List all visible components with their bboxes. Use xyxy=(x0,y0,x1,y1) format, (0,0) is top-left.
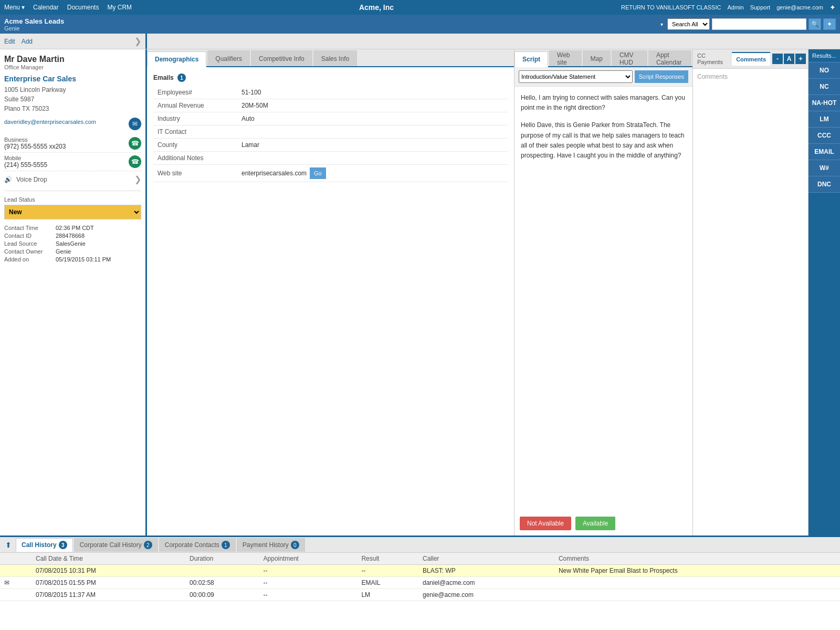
contact-title: Office Manager xyxy=(4,64,141,70)
demographics-content: Emails 1 Employees# 51-100 Annual Revenu… xyxy=(147,67,514,536)
col-caller: Caller xyxy=(418,553,554,565)
go-button[interactable]: Go xyxy=(310,167,326,179)
tab-payment-history[interactable]: Payment History 0 xyxy=(237,538,305,552)
tab-comments-active[interactable]: Comments xyxy=(732,52,770,66)
return-classic-btn[interactable]: RETURN TO VANILLASOFT CLASSIC xyxy=(621,4,721,10)
calendar-nav-item[interactable]: Calendar xyxy=(33,4,59,11)
email-icon[interactable]: ✉ xyxy=(129,118,141,130)
tab-corporate-contacts[interactable]: Corporate Contacts 1 xyxy=(159,538,236,552)
caller-2: daniel@acme.com xyxy=(418,577,554,589)
result-nc-btn[interactable]: NC xyxy=(808,79,840,95)
business-call-icon[interactable]: ☎ xyxy=(129,137,141,150)
toolbar-chevron[interactable]: ❯ xyxy=(134,36,141,46)
voice-drop-row[interactable]: 🔊 Voice Drop ❯ xyxy=(4,171,141,187)
tab-cmv-hud[interactable]: CMV HUD xyxy=(612,50,647,66)
contact-id-value: 288478668 xyxy=(56,233,85,239)
tab-cc-payments[interactable]: CC Payments xyxy=(693,49,732,68)
result-na-hot-btn[interactable]: NA-HOT xyxy=(808,95,840,111)
support-btn[interactable]: Support xyxy=(750,4,771,10)
available-button[interactable]: Available xyxy=(575,517,615,530)
edit-toolbar: Edit Add ❯ xyxy=(0,34,840,49)
table-row: IT Contact xyxy=(153,125,508,139)
my-crm-nav-item[interactable]: My CRM xyxy=(107,4,132,11)
col-result: Result xyxy=(357,553,418,565)
collapse-icon[interactable]: ⬆ xyxy=(2,539,15,551)
result-lm-btn[interactable]: LM xyxy=(808,111,840,128)
tab-website[interactable]: Web site xyxy=(549,50,582,66)
search-button[interactable]: 🔍 xyxy=(808,18,821,30)
result-ccc-btn[interactable]: CCC xyxy=(808,128,840,144)
menu-dropdown-icon[interactable]: ▾ xyxy=(22,4,25,11)
col-appointment: Appointment xyxy=(259,553,358,565)
corp-contacts-badge: 1 xyxy=(222,541,230,549)
comment-a-btn[interactable]: A xyxy=(784,54,794,64)
company-name[interactable]: Enterprise Car Sales xyxy=(4,75,141,83)
call-date-2: 07/08/2015 01:55 PM xyxy=(32,577,185,589)
documents-nav-item[interactable]: Documents xyxy=(67,4,99,11)
result-no-btn[interactable]: NO xyxy=(808,62,840,79)
tab-sales-info[interactable]: Sales Info xyxy=(313,50,357,66)
result-w-hash-btn[interactable]: W# xyxy=(808,160,840,176)
voice-drop-chevron[interactable]: ❯ xyxy=(134,174,141,184)
result-dnc-btn[interactable]: DNC xyxy=(808,176,840,193)
tab-demographics[interactable]: Demographics xyxy=(147,51,206,67)
email-row-icon: ✉ xyxy=(4,579,9,586)
not-available-button[interactable]: Not Available xyxy=(520,517,571,530)
user-email[interactable]: genie@acme.com xyxy=(776,4,823,10)
script-responses-button[interactable]: Script Responses xyxy=(635,70,688,83)
add-button[interactable]: Add xyxy=(22,38,33,45)
comments-content: Comments xyxy=(693,69,808,536)
advanced-search-button[interactable]: ✦ xyxy=(823,18,836,30)
search-section: Search All 🔍 ✦ xyxy=(667,18,836,30)
tab-script[interactable]: Script xyxy=(514,51,548,67)
script-paragraph-1: Hello, I am trying to connect with sales… xyxy=(521,93,686,113)
middle-tab-bar: Demographics Qualifiers Competitive Info… xyxy=(147,49,514,67)
search-input[interactable] xyxy=(712,18,806,30)
caller-1: BLAST: WP xyxy=(418,565,554,577)
results-header[interactable]: Results... xyxy=(808,49,840,62)
script-panel: Script Web site Map CMV HUD Appt Calenda… xyxy=(514,49,693,536)
website-url[interactable]: enterprisecarsales.com xyxy=(242,170,307,177)
queue-dropdown-icon[interactable]: ▾ xyxy=(660,22,663,27)
contact-owner-label: Contact Owner xyxy=(4,248,51,255)
script-select-row: Introduction/Value Statement Script Resp… xyxy=(514,67,692,87)
tab-corporate-call-history[interactable]: Corporate Call History 2 xyxy=(74,538,158,552)
cc-comments-tab-bar: CC Payments Comments - A + xyxy=(693,49,808,69)
comment-minus-btn[interactable]: - xyxy=(772,54,783,64)
duration-1 xyxy=(185,565,259,577)
call-history-table: Call Date & Time Duration Appointment Re… xyxy=(0,553,840,601)
call-history-badge: 3 xyxy=(59,541,67,549)
top-nav-right: RETURN TO VANILLASOFT CLASSIC Admin Supp… xyxy=(621,3,836,12)
lead-status-select[interactable]: New xyxy=(4,205,141,219)
corp-contacts-label: Corporate Contacts xyxy=(165,541,219,549)
appointment-3: -- xyxy=(259,589,358,601)
col-comments: Comments xyxy=(554,553,840,565)
business-phone[interactable]: (972) 555-5555 xx203 xyxy=(4,143,66,150)
bottom-content: Call Date & Time Duration Appointment Re… xyxy=(0,553,840,630)
menu-label: Menu xyxy=(4,4,20,11)
lead-status-label: Lead Status xyxy=(4,196,141,203)
tab-appt-calendar[interactable]: Appt Calendar xyxy=(648,50,691,66)
tab-competitive-info[interactable]: Competitive Info xyxy=(251,50,312,66)
contact-email[interactable]: daveridley@enterprisecarsales.com xyxy=(4,119,125,125)
voice-drop-label: Voice Drop xyxy=(16,176,47,183)
top-navigation: Menu ▾ Calendar Documents My CRM Acme, I… xyxy=(0,0,840,15)
demographics-table: Employees# 51-100 Annual Revenue 20M-50M… xyxy=(153,86,508,182)
corp-call-history-badge: 2 xyxy=(144,541,152,549)
search-scope-select[interactable]: Search All xyxy=(667,18,710,30)
tab-qualifiers[interactable]: Qualifiers xyxy=(207,50,250,66)
admin-btn[interactable]: Admin xyxy=(727,4,743,10)
payment-history-badge: 0 xyxy=(291,541,299,549)
tab-map[interactable]: Map xyxy=(583,50,611,66)
comment-plus-btn[interactable]: + xyxy=(795,54,806,64)
mobile-phone[interactable]: (214) 555-5555 xyxy=(4,161,47,169)
email-count-badge: 1 xyxy=(177,74,186,82)
menu-button[interactable]: Menu ▾ xyxy=(4,4,25,11)
result-email-btn[interactable]: EMAIL xyxy=(808,144,840,160)
tab-call-history[interactable]: Call History 3 xyxy=(16,538,73,552)
edit-button[interactable]: Edit xyxy=(4,38,15,45)
bottom-tab-bar: ⬆ Call History 3 Corporate Call History … xyxy=(0,537,840,553)
mobile-call-icon[interactable]: ☎ xyxy=(129,155,141,168)
script-dropdown[interactable]: Introduction/Value Statement xyxy=(519,70,633,83)
table-row: County Lamar xyxy=(153,139,508,152)
